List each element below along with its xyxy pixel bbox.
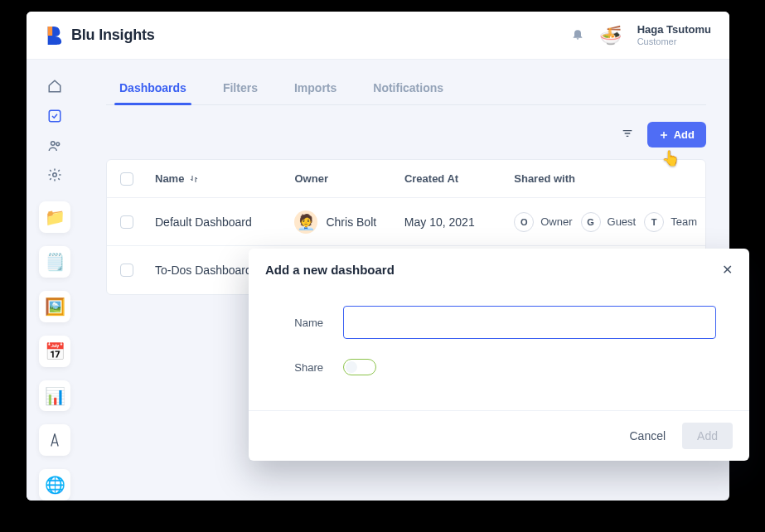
add-button-label: Add [674,128,695,141]
close-icon[interactable]: ✕ [722,262,733,278]
svg-point-1 [51,141,56,145]
cancel-button[interactable]: Cancel [629,429,666,443]
tab-notifications[interactable]: Notifications [373,76,443,104]
modal-title: Add a new dashboard [265,263,395,277]
toolbar: Add [106,105,706,159]
modal-header: Add a new dashboard ✕ [249,249,749,283]
gear-icon[interactable] [40,162,70,189]
brand-logo-icon [45,25,63,46]
header-right: 🍜 Haga Tsutomu Customer [571,23,711,47]
share-toggle[interactable] [343,359,376,375]
brand[interactable]: Blu Insights [45,25,155,46]
svg-point-3 [53,173,57,177]
tab-imports[interactable]: Imports [294,76,337,104]
svg-point-2 [56,142,60,145]
header: Blu Insights 🍜 Haga Tsutomu Customer [27,12,729,60]
user-avatar[interactable]: 🍜 [599,24,622,47]
tab-filters[interactable]: Filters [223,76,258,104]
side-card-calendar[interactable]: 📅 [39,336,70,367]
check-icon[interactable] [40,103,70,129]
side-card-folder[interactable]: 📁 [39,201,70,233]
modal-footer: Cancel Add [249,410,749,461]
col-created[interactable]: Created At [396,172,506,185]
select-all-checkbox[interactable] [120,172,133,186]
filter-icon[interactable] [621,127,634,143]
sort-icon [189,174,199,184]
users-icon[interactable] [40,133,70,159]
side-card-compass[interactable] [39,424,70,456]
cell-name: Default Dashboard [147,215,286,229]
name-input[interactable] [343,306,716,339]
tabs: Dashboards Filters Imports Notifications [106,76,706,105]
home-icon[interactable] [40,73,70,99]
side-card-image[interactable]: 🖼️ [39,291,70,322]
tab-dashboards[interactable]: Dashboards [119,76,186,104]
table-row[interactable]: Default Dashboard 🧑‍💼 Chris Bolt May 10,… [107,198,705,246]
form-row-share: Share [282,359,716,375]
side-card-globe[interactable]: 🌐 [39,469,70,501]
add-dashboard-modal: Add a new dashboard ✕ Name Share Cancel … [249,249,749,461]
col-owner[interactable]: Owner [287,172,396,185]
row-checkbox[interactable] [120,215,133,229]
add-button[interactable]: Add [647,122,706,148]
cell-shared: OOwner GGuest TTeam [506,212,705,232]
user-name: Haga Tsutomu [637,23,711,36]
bell-icon[interactable] [571,27,584,44]
table-header: Name Owner Created At Shared with [107,160,705,198]
side-card-notes[interactable]: 🗒️ [39,246,70,278]
modal-body: Name Share [249,283,749,410]
side-card-chart[interactable]: 📊 [39,380,70,412]
plus-icon [659,130,669,140]
cell-owner: 🧑‍💼 Chris Bolt [286,210,395,234]
share-label: Share [282,361,323,374]
brand-name: Blu Insights [71,27,155,44]
name-label: Name [282,317,323,329]
svg-rect-0 [49,110,61,122]
modal-add-button[interactable]: Add [682,423,733,449]
col-shared[interactable]: Shared with [506,172,705,185]
user-info[interactable]: Haga Tsutomu Customer [637,23,711,47]
owner-avatar: 🧑‍💼 [294,210,317,234]
sidebar: 📁 🗒️ 🖼️ 📅 📊 🌐 [27,60,83,501]
user-role: Customer [637,36,711,47]
form-row-name: Name [282,306,716,339]
row-checkbox[interactable] [120,264,133,277]
cell-created: May 10, 2021 [396,215,506,229]
col-name[interactable]: Name [147,172,287,185]
